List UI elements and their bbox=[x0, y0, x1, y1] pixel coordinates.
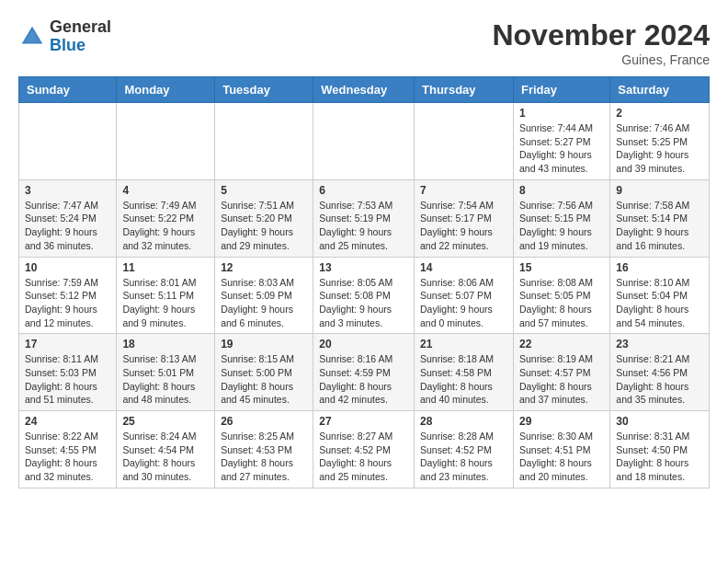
day-number: 27 bbox=[319, 415, 408, 428]
day-number: 6 bbox=[319, 184, 408, 197]
day-number: 2 bbox=[616, 107, 703, 120]
day-info: Sunrise: 7:49 AMSunset: 5:22 PMDaylight:… bbox=[122, 199, 209, 253]
day-cell: 8Sunrise: 7:56 AMSunset: 5:15 PMDaylight… bbox=[513, 179, 609, 257]
day-cell bbox=[215, 103, 313, 180]
logo: General Blue bbox=[18, 18, 111, 55]
header: General Blue November 2024 Guines, Franc… bbox=[18, 18, 710, 67]
day-number: 20 bbox=[319, 338, 408, 350]
day-cell: 1Sunrise: 7:44 AMSunset: 5:27 PMDaylight… bbox=[513, 103, 609, 180]
day-number: 18 bbox=[122, 338, 209, 350]
week-row-1: 1Sunrise: 7:44 AMSunset: 5:27 PMDaylight… bbox=[19, 103, 710, 180]
day-info: Sunrise: 8:11 AMSunset: 5:03 PMDaylight:… bbox=[25, 352, 110, 407]
location: Guines, France bbox=[492, 52, 710, 67]
day-cell: 4Sunrise: 7:49 AMSunset: 5:22 PMDaylight… bbox=[117, 179, 215, 257]
day-number: 7 bbox=[420, 184, 507, 197]
day-info: Sunrise: 8:30 AMSunset: 4:51 PMDaylight:… bbox=[519, 430, 604, 484]
header-saturday: Saturday bbox=[610, 77, 710, 103]
day-cell: 25Sunrise: 8:24 AMSunset: 4:54 PMDayligh… bbox=[117, 411, 215, 488]
day-info: Sunrise: 7:54 AMSunset: 5:17 PMDaylight:… bbox=[420, 199, 507, 253]
day-info: Sunrise: 8:27 AMSunset: 4:52 PMDaylight:… bbox=[319, 430, 408, 484]
day-number: 29 bbox=[519, 415, 604, 428]
day-number: 15 bbox=[519, 261, 604, 274]
page: General Blue November 2024 Guines, Franc… bbox=[0, 0, 728, 507]
logo-general-text: General bbox=[50, 18, 111, 37]
day-info: Sunrise: 8:13 AMSunset: 5:01 PMDaylight:… bbox=[122, 352, 209, 407]
day-info: Sunrise: 7:56 AMSunset: 5:15 PMDaylight:… bbox=[519, 199, 604, 253]
day-cell: 9Sunrise: 7:58 AMSunset: 5:14 PMDaylight… bbox=[610, 179, 710, 257]
day-info: Sunrise: 8:10 AMSunset: 5:04 PMDaylight:… bbox=[616, 276, 703, 330]
day-number: 19 bbox=[221, 338, 307, 350]
day-number: 23 bbox=[616, 338, 703, 350]
day-info: Sunrise: 8:31 AMSunset: 4:50 PMDaylight:… bbox=[616, 430, 703, 484]
day-cell: 6Sunrise: 7:53 AMSunset: 5:19 PMDaylight… bbox=[313, 179, 415, 257]
day-cell bbox=[19, 103, 117, 180]
header-wednesday: Wednesday bbox=[313, 77, 415, 103]
day-info: Sunrise: 8:18 AMSunset: 4:58 PMDaylight:… bbox=[420, 352, 507, 407]
day-cell: 27Sunrise: 8:27 AMSunset: 4:52 PMDayligh… bbox=[313, 411, 415, 488]
day-info: Sunrise: 8:24 AMSunset: 4:54 PMDaylight:… bbox=[122, 430, 209, 484]
day-number: 26 bbox=[221, 415, 307, 428]
day-info: Sunrise: 8:25 AMSunset: 4:53 PMDaylight:… bbox=[221, 430, 307, 484]
day-number: 30 bbox=[616, 415, 703, 428]
day-info: Sunrise: 8:08 AMSunset: 5:05 PMDaylight:… bbox=[519, 276, 604, 330]
day-cell: 22Sunrise: 8:19 AMSunset: 4:57 PMDayligh… bbox=[513, 334, 609, 411]
day-cell: 15Sunrise: 8:08 AMSunset: 5:05 PMDayligh… bbox=[513, 257, 609, 334]
day-cell bbox=[117, 103, 215, 180]
day-cell: 11Sunrise: 8:01 AMSunset: 5:11 PMDayligh… bbox=[117, 257, 215, 334]
day-number: 17 bbox=[25, 338, 110, 350]
day-cell: 24Sunrise: 8:22 AMSunset: 4:55 PMDayligh… bbox=[19, 411, 117, 488]
day-cell: 19Sunrise: 8:15 AMSunset: 5:00 PMDayligh… bbox=[215, 334, 313, 411]
day-number: 12 bbox=[221, 261, 307, 274]
day-number: 10 bbox=[25, 261, 110, 274]
day-cell: 18Sunrise: 8:13 AMSunset: 5:01 PMDayligh… bbox=[117, 334, 215, 411]
day-number: 28 bbox=[420, 415, 507, 428]
day-info: Sunrise: 8:05 AMSunset: 5:08 PMDaylight:… bbox=[319, 276, 408, 330]
day-info: Sunrise: 7:53 AMSunset: 5:19 PMDaylight:… bbox=[319, 199, 408, 253]
day-number: 24 bbox=[25, 415, 110, 428]
logo-icon bbox=[18, 23, 46, 51]
day-number: 9 bbox=[616, 184, 703, 197]
day-number: 11 bbox=[122, 261, 209, 274]
logo-text: General Blue bbox=[50, 18, 111, 55]
day-cell: 16Sunrise: 8:10 AMSunset: 5:04 PMDayligh… bbox=[610, 257, 710, 334]
header-thursday: Thursday bbox=[415, 77, 514, 103]
day-cell: 20Sunrise: 8:16 AMSunset: 4:59 PMDayligh… bbox=[313, 334, 415, 411]
day-cell: 14Sunrise: 8:06 AMSunset: 5:07 PMDayligh… bbox=[415, 257, 514, 334]
day-info: Sunrise: 7:46 AMSunset: 5:25 PMDaylight:… bbox=[616, 121, 703, 176]
month-title: November 2024 bbox=[492, 18, 710, 52]
day-info: Sunrise: 8:19 AMSunset: 4:57 PMDaylight:… bbox=[519, 352, 604, 407]
day-cell: 17Sunrise: 8:11 AMSunset: 5:03 PMDayligh… bbox=[19, 334, 117, 411]
day-number: 8 bbox=[519, 184, 604, 197]
day-info: Sunrise: 8:16 AMSunset: 4:59 PMDaylight:… bbox=[319, 352, 408, 407]
logo-blue-text: Blue bbox=[50, 37, 111, 55]
day-cell: 2Sunrise: 7:46 AMSunset: 5:25 PMDaylight… bbox=[610, 103, 710, 180]
day-cell: 5Sunrise: 7:51 AMSunset: 5:20 PMDaylight… bbox=[215, 179, 313, 257]
day-cell: 26Sunrise: 8:25 AMSunset: 4:53 PMDayligh… bbox=[215, 411, 313, 488]
day-number: 16 bbox=[616, 261, 703, 274]
day-number: 5 bbox=[221, 184, 307, 197]
day-info: Sunrise: 8:01 AMSunset: 5:11 PMDaylight:… bbox=[122, 276, 209, 330]
day-number: 25 bbox=[122, 415, 209, 428]
week-row-3: 10Sunrise: 7:59 AMSunset: 5:12 PMDayligh… bbox=[19, 257, 710, 334]
day-info: Sunrise: 7:58 AMSunset: 5:14 PMDaylight:… bbox=[616, 199, 703, 253]
day-cell: 28Sunrise: 8:28 AMSunset: 4:52 PMDayligh… bbox=[415, 411, 514, 488]
calendar-table: Sunday Monday Tuesday Wednesday Thursday… bbox=[18, 76, 710, 488]
day-cell: 13Sunrise: 8:05 AMSunset: 5:08 PMDayligh… bbox=[313, 257, 415, 334]
day-info: Sunrise: 8:06 AMSunset: 5:07 PMDaylight:… bbox=[420, 276, 507, 330]
day-cell bbox=[415, 103, 514, 180]
day-info: Sunrise: 7:59 AMSunset: 5:12 PMDaylight:… bbox=[25, 276, 110, 330]
day-info: Sunrise: 7:47 AMSunset: 5:24 PMDaylight:… bbox=[25, 199, 110, 253]
day-cell: 12Sunrise: 8:03 AMSunset: 5:09 PMDayligh… bbox=[215, 257, 313, 334]
day-number: 3 bbox=[25, 184, 110, 197]
day-cell: 23Sunrise: 8:21 AMSunset: 4:56 PMDayligh… bbox=[610, 334, 710, 411]
day-info: Sunrise: 7:44 AMSunset: 5:27 PMDaylight:… bbox=[519, 121, 604, 176]
day-cell: 3Sunrise: 7:47 AMSunset: 5:24 PMDaylight… bbox=[19, 179, 117, 257]
week-row-2: 3Sunrise: 7:47 AMSunset: 5:24 PMDaylight… bbox=[19, 179, 710, 257]
day-cell: 30Sunrise: 8:31 AMSunset: 4:50 PMDayligh… bbox=[610, 411, 710, 488]
title-area: November 2024 Guines, France bbox=[492, 18, 710, 67]
header-tuesday: Tuesday bbox=[215, 77, 313, 103]
day-info: Sunrise: 8:15 AMSunset: 5:00 PMDaylight:… bbox=[221, 352, 307, 407]
day-number: 21 bbox=[420, 338, 507, 350]
day-info: Sunrise: 8:21 AMSunset: 4:56 PMDaylight:… bbox=[616, 352, 703, 407]
day-info: Sunrise: 8:28 AMSunset: 4:52 PMDaylight:… bbox=[420, 430, 507, 484]
